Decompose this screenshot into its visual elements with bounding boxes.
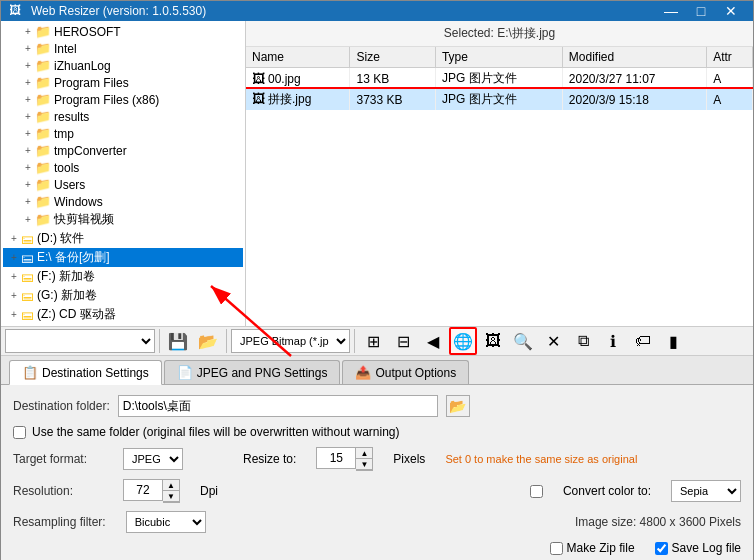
make-zip-checkbox[interactable] <box>550 542 563 555</box>
grid-btn-1[interactable]: ⊞ <box>359 327 387 355</box>
tab-destination[interactable]: 📋 Destination Settings <box>9 360 162 385</box>
tree-expand-windows[interactable]: + <box>21 196 35 207</box>
load-btn[interactable]: 🌐 <box>449 327 477 355</box>
tree-label-quick_edit: 快剪辑视频 <box>54 211 114 228</box>
dest-folder-input[interactable] <box>118 395 438 417</box>
resampling-select[interactable]: Bicubic Bilinear Lanczos <box>126 511 206 533</box>
zoom-btn[interactable]: 🔍 <box>509 327 537 355</box>
res-spin-down[interactable]: ▼ <box>163 491 179 502</box>
prev-btn[interactable]: ◀ <box>419 327 447 355</box>
tree-label-program_files_x86: Program Files (x86) <box>54 93 159 107</box>
tree-expand-g_drive[interactable]: + <box>7 290 21 301</box>
minimize-button[interactable]: — <box>657 1 685 21</box>
tree-expand-results[interactable]: + <box>21 111 35 122</box>
copy-btn[interactable]: ⧉ <box>569 327 597 355</box>
tree-expand-e_drive[interactable]: + <box>7 252 21 263</box>
convert-color-label[interactable]: Convert color to: <box>563 484 651 498</box>
convert-color-select[interactable]: Sepia Grayscale None <box>671 480 741 502</box>
tree-item-g_drive[interactable]: +🖴(G:) 新加卷 <box>3 286 243 305</box>
tree-item-windows[interactable]: +📁Windows <box>3 193 243 210</box>
file-list-scroll[interactable]: Name Size Type Modified Attr 🖼00.jpg13 K… <box>246 47 753 110</box>
tree-expand-tmpconverter[interactable]: + <box>21 145 35 156</box>
tree-expand-program_files_x86[interactable]: + <box>21 94 35 105</box>
tree-label-izhuanlog: iZhuanLog <box>54 59 111 73</box>
spin-down[interactable]: ▼ <box>356 459 372 470</box>
col-size[interactable]: Size <box>350 47 435 68</box>
res-spin-up[interactable]: ▲ <box>163 480 179 491</box>
save-button[interactable]: 💾 <box>164 327 192 355</box>
grid-btn-2[interactable]: ⊟ <box>389 327 417 355</box>
tree-folder-icon-e_drive: 🖴 <box>21 250 34 265</box>
resize-value-input[interactable] <box>316 447 356 469</box>
tree-label-windows: Windows <box>54 195 103 209</box>
convert-color-checkbox[interactable] <box>530 485 543 498</box>
tree-expand-intel[interactable]: + <box>21 43 35 54</box>
tab-jpeg-png[interactable]: 📄 JPEG and PNG Settings <box>164 360 341 384</box>
tree-item-izhuanlog[interactable]: +📁iZhuanLog <box>3 57 243 74</box>
spin-up[interactable]: ▲ <box>356 448 372 459</box>
tree-item-f_drive[interactable]: +🖴(F:) 新加卷 <box>3 267 243 286</box>
col-type[interactable]: Type <box>435 47 562 68</box>
tree-expand-program_files[interactable]: + <box>21 77 35 88</box>
tree-folder-icon-herosoft: 📁 <box>35 24 51 39</box>
tree-item-program_files[interactable]: +📁Program Files <box>3 74 243 91</box>
col-name[interactable]: Name <box>246 47 350 68</box>
resolution-label: Resolution: <box>13 484 103 498</box>
tree-expand-tmp[interactable]: + <box>21 128 35 139</box>
tree-item-herosoft[interactable]: +📁HEROSOFT <box>3 23 243 40</box>
tag-btn[interactable]: 🏷 <box>629 327 657 355</box>
delete-btn[interactable]: ✕ <box>539 327 567 355</box>
save-log-label[interactable]: Save Log file <box>655 541 741 555</box>
tree-expand-f_drive[interactable]: + <box>7 271 21 282</box>
tree-expand-d_drive[interactable]: + <box>7 233 21 244</box>
col-attr[interactable]: Attr <box>707 47 753 68</box>
path-dropdown[interactable] <box>5 329 155 353</box>
tree-folder-icon-izhuanlog: 📁 <box>35 58 51 73</box>
tree-item-intel[interactable]: +📁Intel <box>3 40 243 57</box>
tree-item-d_drive[interactable]: +🖴(D:) 软件 <box>3 229 243 248</box>
tree-expand-quick_edit[interactable]: + <box>21 214 35 225</box>
dest-folder-label: Destination folder: <box>13 399 110 413</box>
maximize-button[interactable]: □ <box>687 1 715 21</box>
tree-folder-icon-tools: 📁 <box>35 160 51 175</box>
format-select[interactable]: JPEG Bitmap (*.jp <box>231 329 350 353</box>
table-row[interactable]: 🖼00.jpg13 KBJPG 图片文件2020/3/27 11:07A <box>246 68 753 90</box>
close-button[interactable]: ✕ <box>717 1 745 21</box>
tree-item-z_drive[interactable]: +🖴(Z:) CD 驱动器 <box>3 305 243 324</box>
resolution-spin-buttons[interactable]: ▲ ▼ <box>163 479 180 503</box>
jpeg-tab-label: JPEG and PNG Settings <box>197 366 328 380</box>
tree-expand-tools[interactable]: + <box>21 162 35 173</box>
same-folder-checkbox[interactable] <box>13 426 26 439</box>
tree-item-tmp[interactable]: +📁tmp <box>3 125 243 142</box>
image-btn[interactable]: 🖼 <box>479 327 507 355</box>
open-folder-button[interactable]: 📂 <box>194 327 222 355</box>
col-modified[interactable]: Modified <box>562 47 706 68</box>
file-table-body: 🖼00.jpg13 KBJPG 图片文件2020/3/27 11:07A🖼拼接.… <box>246 68 753 111</box>
make-zip-label[interactable]: Make Zip file <box>550 541 635 555</box>
save-log-checkbox[interactable] <box>655 542 668 555</box>
tree-expand-z_drive[interactable]: + <box>7 309 21 320</box>
browse-folder-button[interactable]: 📂 <box>446 395 470 417</box>
same-folder-row: Use the same folder (original files will… <box>13 425 741 439</box>
tree-expand-herosoft[interactable]: + <box>21 26 35 37</box>
resolution-input[interactable] <box>123 479 163 501</box>
tree-item-program_files_x86[interactable]: +📁Program Files (x86) <box>3 91 243 108</box>
image-size-value: 4800 x 3600 Pixels <box>640 515 741 529</box>
tree-expand-users[interactable]: + <box>21 179 35 190</box>
table-row[interactable]: 🖼拼接.jpg3733 KBJPG 图片文件2020/3/9 15:18A <box>246 89 753 110</box>
tree-item-results[interactable]: +📁results <box>3 108 243 125</box>
tree-item-quick_edit[interactable]: +📁快剪辑视频 <box>3 210 243 229</box>
bar-btn[interactable]: ▮ <box>659 327 687 355</box>
same-folder-label[interactable]: Use the same folder (original files will… <box>32 425 400 439</box>
tree-item-e_drive[interactable]: +🖴E:\ 备份[勿删] <box>3 248 243 267</box>
tree-item-tools[interactable]: +📁tools <box>3 159 243 176</box>
tab-output[interactable]: 📤 Output Options <box>342 360 469 384</box>
tree-expand-izhuanlog[interactable]: + <box>21 60 35 71</box>
info-btn[interactable]: ℹ <box>599 327 627 355</box>
file-tree[interactable]: +📁HEROSOFT+📁Intel+📁iZhuanLog+📁Program Fi… <box>1 21 246 326</box>
target-format-select[interactable]: JPEG PNG BMP <box>123 448 183 470</box>
tree-item-tmpconverter[interactable]: +📁tmpConverter <box>3 142 243 159</box>
spin-buttons[interactable]: ▲ ▼ <box>356 447 373 471</box>
tree-item-users[interactable]: +📁Users <box>3 176 243 193</box>
resampling-row: Resampling filter: Bicubic Bilinear Lanc… <box>13 511 741 533</box>
